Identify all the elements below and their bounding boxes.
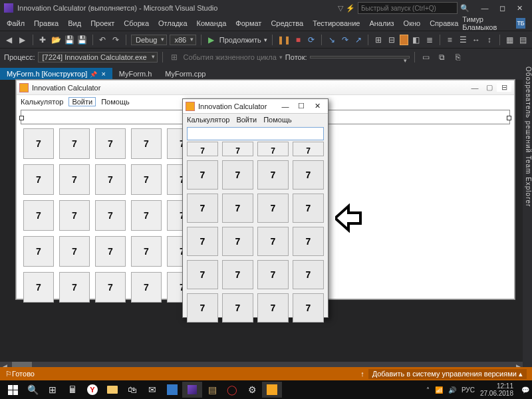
maximize-button[interactable]: ◻ — [493, 4, 511, 13]
search-icon[interactable]: 🔍 — [460, 4, 469, 13]
dbg-a-icon[interactable]: ⧉ — [436, 51, 449, 64]
menu-Вид[interactable]: Вид — [64, 18, 85, 29]
designer-menu-Помощь[interactable]: Помощь — [101, 98, 130, 106]
designer-menu-Калькулятор[interactable]: Калькулятор — [21, 98, 63, 106]
designer-calc-button[interactable]: 7 — [59, 200, 90, 231]
designer-calc-button[interactable]: 7 — [23, 128, 54, 159]
running-calc-button[interactable]: 7 — [293, 194, 324, 223]
step-over-icon[interactable]: ↷ — [340, 33, 350, 47]
taskbar-store-icon[interactable]: 🛍 — [122, 382, 142, 398]
taskbar-explorer-icon[interactable] — [102, 382, 122, 398]
running-calc-button[interactable]: 7 — [222, 260, 253, 289]
nav-fwd-icon[interactable]: ▶ — [17, 33, 28, 47]
running-calc-button[interactable]: 7 — [187, 260, 218, 289]
save-icon[interactable]: 💾 — [64, 33, 74, 47]
process-dropdown[interactable]: [7224] Innovation Calculator.exe — [38, 52, 158, 63]
running-calc-button[interactable]: 7 — [222, 160, 253, 190]
running-calc-button[interactable]: 7 — [187, 142, 218, 156]
nav-back-icon[interactable]: ◀ — [4, 33, 15, 47]
running-calc-button[interactable]: 7 — [187, 194, 218, 223]
continue-icon[interactable]: ▶ — [206, 33, 217, 47]
designer-surface[interactable]: Innovation Calculator — ▢ ⊟ КалькуляторВ… — [8, 80, 515, 358]
grid2-icon[interactable]: ▤ — [517, 33, 528, 47]
running-calc-button[interactable]: 7 — [257, 293, 289, 323]
running-calc-button[interactable]: 7 — [293, 260, 324, 289]
taskbar-opera-icon[interactable]: ◯ — [222, 382, 242, 398]
tray-notifications-icon[interactable]: 💬 — [521, 386, 529, 394]
taskbar-calculator-icon[interactable]: 🖩 — [63, 382, 82, 398]
stack-frame-icon[interactable]: ▭ — [420, 51, 433, 64]
running-menu-Помощь[interactable]: Помощь — [263, 116, 292, 124]
designer-calc-button[interactable]: 7 — [23, 272, 54, 303]
running-form-menu[interactable]: КалькуляторВойтиПомощь — [183, 114, 328, 126]
new-project-icon[interactable]: ✚ — [37, 33, 48, 47]
running-form-titlebar[interactable]: Innovation Calculator — ☐ ✕ — [183, 99, 328, 114]
redo-icon[interactable]: ↷ — [110, 33, 121, 47]
running-close-button[interactable]: ✕ — [309, 102, 325, 110]
source-control-button[interactable]: Добавить в систему управления версиями ▴ — [368, 369, 527, 379]
running-calc-button[interactable]: 7 — [257, 142, 289, 156]
align-a-icon[interactable]: ↔ — [471, 33, 481, 47]
config-dropdown[interactable]: Debug — [131, 35, 167, 45]
running-display-textbox[interactable] — [187, 127, 324, 140]
step-out-icon[interactable]: ↗ — [353, 33, 364, 47]
designer-calc-button[interactable]: 7 — [59, 128, 90, 159]
running-calc-button[interactable]: 7 — [222, 293, 253, 323]
running-calc-button[interactable]: 7 — [257, 160, 289, 190]
align-b-icon[interactable]: ↕ — [484, 33, 495, 47]
restart-icon[interactable]: ⟳ — [306, 33, 317, 47]
pause-icon[interactable]: ❚❚ — [277, 33, 291, 47]
designer-calc-button[interactable]: 7 — [95, 164, 126, 195]
step-into-icon[interactable]: ↘ — [327, 33, 337, 47]
tool-a-icon[interactable]: ⊞ — [373, 33, 384, 47]
running-calc-button[interactable]: 7 — [222, 194, 253, 223]
user-area[interactable]: Тимур Бламыков ТБ — [462, 15, 529, 31]
notify-icon[interactable]: ▽ — [338, 4, 343, 13]
taskbar-notes-icon[interactable]: ▤ — [202, 382, 222, 398]
designer-menu-Войти[interactable]: Войти — [68, 97, 96, 106]
side-tab-solution-explorer[interactable]: Обозреватель решений Team Explorer — [523, 63, 532, 371]
designer-calc-button[interactable]: 7 — [95, 272, 126, 303]
taskbar-app-blue-icon[interactable] — [162, 382, 182, 398]
designer-calc-button[interactable]: 7 — [23, 236, 54, 267]
tray-chevron-icon[interactable]: ˄ — [426, 386, 430, 394]
running-calc-button[interactable]: 7 — [187, 160, 218, 190]
menu-Проект[interactable]: Проект — [86, 18, 118, 29]
running-calc-button[interactable]: 7 — [257, 260, 289, 289]
platform-dropdown[interactable]: x86 — [170, 35, 196, 45]
undo-icon[interactable]: ↶ — [98, 33, 108, 47]
designer-calc-button[interactable]: 7 — [131, 200, 162, 231]
tool-b-icon[interactable]: ⊟ — [386, 33, 397, 47]
running-menu-Калькулятор[interactable]: Калькулятор — [187, 116, 229, 124]
system-tray[interactable]: ˄ 📶 🔊 РУС 12:1127.06.2018 💬 — [426, 382, 529, 397]
designer-calc-button[interactable]: 7 — [95, 128, 126, 159]
running-calc-button[interactable]: 7 — [222, 227, 253, 256]
running-calc-button[interactable]: 7 — [293, 227, 324, 256]
designer-calc-button[interactable]: 7 — [95, 236, 126, 267]
align-left-icon[interactable]: ≡ — [444, 33, 455, 47]
running-calc-button[interactable]: 7 — [222, 142, 253, 156]
designer-calc-button[interactable]: 7 — [131, 128, 162, 159]
close-button[interactable]: ✕ — [511, 4, 528, 13]
tray-clock[interactable]: 12:1127.06.2018 — [480, 382, 516, 397]
quick-launch-input[interactable] — [358, 2, 458, 14]
menu-Правка[interactable]: Правка — [30, 18, 63, 29]
tab-MyForm.h [Конструктор][interactable]: MyForm.h [Конструктор]📌× — [0, 68, 112, 80]
running-calc-button[interactable]: 7 — [293, 142, 324, 156]
menu-Сборка[interactable]: Сборка — [120, 18, 153, 29]
taskbar-vs-icon[interactable] — [182, 382, 202, 398]
running-calc-button[interactable]: 7 — [187, 227, 218, 256]
task-view-button[interactable]: ⊞ — [43, 382, 63, 398]
tray-volume-icon[interactable]: 🔊 — [448, 386, 456, 394]
running-form[interactable]: Innovation Calculator — ☐ ✕ КалькуляторВ… — [182, 98, 329, 318]
stop-icon[interactable]: ■ — [293, 33, 304, 47]
menu-Тестирование[interactable]: Тестирование — [309, 18, 364, 29]
taskbar-mail-icon[interactable]: ✉ — [142, 382, 162, 398]
running-calc-button[interactable]: 7 — [187, 293, 218, 323]
tab-MyForm.h[interactable]: MyForm.h — [112, 68, 159, 80]
running-minimize-button[interactable]: — — [277, 102, 293, 110]
thread-dropdown[interactable] — [310, 56, 410, 59]
lifecycle-icon[interactable]: ⊞ — [168, 51, 181, 64]
designer-calc-button[interactable]: 7 — [23, 200, 54, 231]
designer-calc-button[interactable]: 7 — [131, 164, 162, 195]
